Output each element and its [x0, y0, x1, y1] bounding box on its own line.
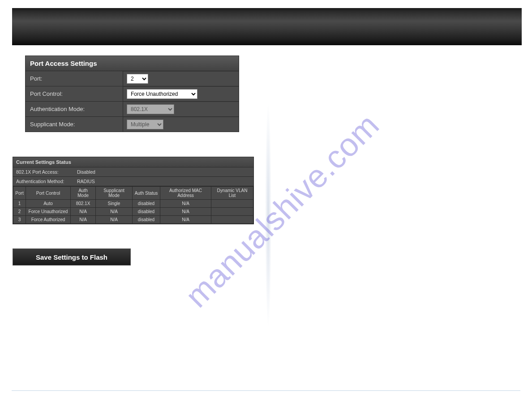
cell-mac: N/A	[160, 208, 211, 216]
status-label-access: 802.1X Port Access:	[13, 167, 74, 176]
table-header-row: Port Port Control Auth Mode Supplicant M…	[13, 187, 253, 200]
status-table: Port Port Control Auth Mode Supplicant M…	[13, 186, 253, 224]
cell-auth: N/A	[71, 216, 96, 224]
status-table-body: 1Auto802.1XSingledisabledN/A2Force Unaut…	[13, 200, 253, 224]
page-glow	[264, 54, 273, 376]
setting-row-port-control: Port Control: Force Unauthorized	[26, 86, 239, 102]
status-label-method: Authentication Method:	[13, 177, 74, 186]
th-mac: Authorized MAC Address	[160, 187, 211, 200]
cell-supp: N/A	[96, 216, 133, 224]
cell-mac: N/A	[160, 216, 211, 224]
cell-auth: 802.1X	[71, 200, 96, 208]
cell-port: 3	[13, 216, 26, 224]
label-auth-mode: Authentication Mode:	[26, 102, 123, 116]
panel-title: Port Access Settings	[26, 56, 239, 71]
status-title: Current Settings Status	[13, 157, 253, 167]
status-row-method: Authentication Method: RADIUS	[13, 177, 253, 186]
current-settings-status-panel: Current Settings Status 802.1X Port Acce…	[13, 157, 254, 224]
setting-row-port: Port: 2	[26, 71, 239, 86]
setting-row-supplicant-mode: Supplicant Mode: Multiple	[26, 117, 239, 132]
cell-control: Auto	[26, 200, 71, 208]
status-row-access: 802.1X Port Access: Disabled	[13, 167, 253, 177]
label-port: Port:	[26, 71, 123, 86]
cell-mac: N/A	[160, 200, 211, 208]
label-port-control: Port Control:	[26, 86, 123, 101]
cell-port: 2	[13, 208, 26, 216]
cell-astat: disabled	[133, 200, 160, 208]
cell-control: Force Authorized	[26, 216, 71, 224]
footer-divider	[12, 390, 520, 391]
th-port: Port	[13, 187, 26, 200]
cell-supp: N/A	[96, 208, 133, 216]
cell-port: 1	[13, 200, 26, 208]
port-control-select[interactable]: Force Unauthorized	[127, 89, 197, 99]
status-value-method: RADIUS	[74, 177, 253, 186]
th-astat: Auth Status	[133, 187, 160, 200]
auth-mode-select: 802.1X	[127, 104, 174, 114]
th-auth: Auth Mode	[71, 187, 96, 200]
label-supplicant-mode: Supplicant Mode:	[26, 117, 123, 132]
cell-supp: Single	[96, 200, 133, 208]
header-bar	[12, 8, 522, 45]
cell-astat: disabled	[133, 216, 160, 224]
cell-vlan	[211, 200, 253, 208]
cell-vlan	[211, 216, 253, 224]
table-row: 3Force AuthorizedN/AN/AdisabledN/A	[13, 216, 253, 224]
cell-vlan	[211, 208, 253, 216]
save-settings-button[interactable]: Save Settings to Flash	[13, 248, 131, 265]
table-row: 1Auto802.1XSingledisabledN/A	[13, 200, 253, 208]
cell-auth: N/A	[71, 208, 96, 216]
table-row: 2Force UnauthorizedN/AN/AdisabledN/A	[13, 208, 253, 216]
supplicant-mode-select: Multiple	[127, 120, 163, 129]
th-supp: Supplicant Mode	[96, 187, 133, 200]
cell-control: Force Unauthorized	[26, 208, 71, 216]
th-vlan: Dynamic VLAN List	[211, 187, 253, 200]
port-select[interactable]: 2	[127, 74, 148, 84]
status-value-access: Disabled	[74, 167, 253, 176]
th-control: Port Control	[26, 187, 71, 200]
cell-astat: disabled	[133, 208, 160, 216]
setting-row-auth-mode: Authentication Mode: 802.1X	[26, 102, 239, 117]
port-access-settings-panel: Port Access Settings Port: 2 Port Contro…	[25, 56, 239, 132]
